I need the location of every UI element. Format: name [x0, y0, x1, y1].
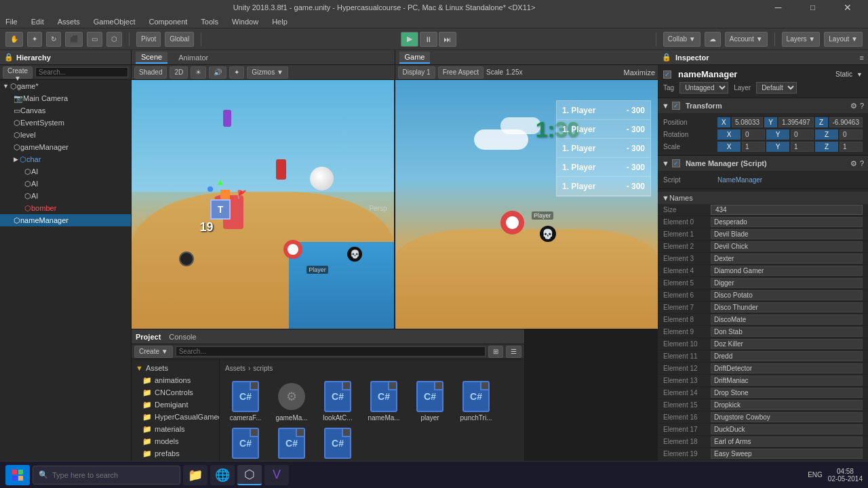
game-view-canvas[interactable]: 1:30 1. Player - 300 1. Player - 300 1. …: [395, 80, 658, 329]
start-btn[interactable]: [5, 465, 30, 485]
element-value[interactable]: DiscoMate: [711, 314, 863, 325]
menu-assets[interactable]: Assets: [55, 18, 83, 26]
static-dropdown-icon[interactable]: ▼: [856, 71, 863, 78]
move-tool-btn[interactable]: ✦: [27, 32, 42, 47]
element-value[interactable]: Disco Potato: [711, 290, 863, 300]
tree-animations[interactable]: 📁 animations: [132, 374, 219, 386]
element-value[interactable]: Drugstore Cowboy: [711, 412, 863, 422]
menu-help[interactable]: Help: [269, 18, 290, 26]
animator-tab[interactable]: Animator: [173, 52, 214, 63]
hier-item-canvas[interactable]: ▭ Canvas: [0, 104, 131, 117]
hierarchy-search[interactable]: [35, 67, 128, 77]
step-btn[interactable]: ⏭: [439, 32, 456, 47]
asset-gamema[interactable]: ⚙ gameMa...: [271, 380, 312, 422]
element-value[interactable]: Dredd: [711, 351, 863, 361]
element-value[interactable]: Drop Stone: [711, 388, 863, 398]
rotate-tool-btn[interactable]: ↻: [46, 32, 61, 47]
asset-punchtri[interactable]: C# punchTri...: [456, 380, 496, 422]
audio-btn[interactable]: 🔊: [209, 66, 226, 79]
hier-item-bomber[interactable]: ⬡ bomber: [0, 202, 131, 214]
hier-item-gamemanager[interactable]: ⬡ gameManager: [0, 141, 131, 153]
pos-x-value[interactable]: 5.08033: [732, 117, 763, 127]
tree-assets[interactable]: ▼ Assets: [132, 362, 219, 374]
hierarchy-create-btn[interactable]: Create ▼: [3, 66, 33, 79]
aspect-btn[interactable]: Free Aspect: [438, 66, 484, 79]
element-value[interactable]: DriftManiac: [711, 375, 863, 386]
element-value[interactable]: Devil Blade: [711, 229, 863, 239]
2d-btn[interactable]: 2D: [170, 66, 188, 79]
game-tab[interactable]: Game: [399, 52, 431, 64]
element-value[interactable]: Dexter: [711, 253, 863, 264]
menu-window[interactable]: Window: [229, 18, 261, 26]
pause-btn[interactable]: ⏸: [420, 32, 437, 47]
element-value[interactable]: Digger: [711, 278, 863, 288]
namemanager-header[interactable]: ▼ Name Manager (Script) ⚙ ?: [658, 156, 868, 171]
lights-btn[interactable]: ☀: [191, 66, 206, 79]
hier-item-char[interactable]: ▶ ⬡ char: [0, 153, 131, 165]
tree-hypercasual[interactable]: 📁 HyperCasualGamecourse: [132, 411, 219, 423]
menu-file[interactable]: File: [3, 18, 20, 26]
tree-materials[interactable]: 📁 materials: [132, 423, 219, 435]
hier-item-game[interactable]: ▼ ⬡ game*: [0, 80, 131, 92]
project-list-btn[interactable]: ☰: [506, 346, 521, 358]
maximize-btn[interactable]: □: [797, 0, 828, 15]
hand-tool-btn[interactable]: ✋: [5, 32, 23, 47]
element-value[interactable]: DuckDuck: [711, 424, 863, 434]
nm-active[interactable]: [672, 159, 680, 167]
tree-cncontrols[interactable]: 📁 CNControls: [132, 386, 219, 399]
scale-z-value[interactable]: 1: [840, 142, 863, 152]
shading-btn[interactable]: Shaded: [134, 66, 167, 79]
transform-tool-btn[interactable]: ⬡: [106, 32, 122, 47]
tree-models[interactable]: 📁 models: [132, 435, 219, 447]
rot-y-value[interactable]: 0: [791, 129, 814, 140]
element-value[interactable]: Dropkick: [711, 400, 863, 410]
element-value[interactable]: DriftDetector: [711, 363, 863, 373]
transform-active[interactable]: [672, 102, 680, 110]
text-icon[interactable]: T: [210, 199, 231, 220]
pos-z-value[interactable]: -6.90463: [829, 117, 863, 127]
maximize-btn-game[interactable]: Maximize: [624, 68, 655, 77]
cloud-btn[interactable]: ☁: [705, 32, 721, 47]
taskbar-app-explorer[interactable]: 📁: [183, 465, 208, 485]
taskbar-app-browser[interactable]: 🌐: [210, 465, 235, 485]
pos-y-value[interactable]: 1.395497: [778, 117, 814, 127]
global-btn[interactable]: Global: [165, 32, 194, 47]
transform-header[interactable]: ▼ Transform ⚙ ?: [658, 98, 868, 113]
static-label[interactable]: Static: [835, 70, 852, 78]
element-value[interactable]: Diamond Gamer: [711, 266, 863, 276]
tree-prefabs[interactable]: 📁 prefabs: [132, 447, 219, 460]
element-value[interactable]: Devil Chick: [711, 241, 863, 251]
element-value[interactable]: Desperado: [711, 217, 863, 227]
asset-cameraf[interactable]: C# cameraF...: [225, 380, 266, 422]
hier-item-ai1[interactable]: ⬡ AI: [0, 165, 131, 178]
scale-tool-btn[interactable]: ⬛: [65, 32, 83, 47]
element-value[interactable]: Easy Sweep: [711, 449, 863, 459]
inspector-menu-icon[interactable]: ≡: [860, 54, 864, 62]
play-btn[interactable]: ▶: [401, 32, 418, 47]
hier-item-namemanager[interactable]: ⬡ nameManager: [0, 214, 131, 226]
menu-component[interactable]: Component: [146, 18, 190, 26]
breadcrumb-scripts[interactable]: scripts: [253, 365, 273, 372]
scale-y-value[interactable]: 1: [791, 142, 814, 152]
menu-edit[interactable]: Edit: [28, 18, 47, 26]
transform-settings-icon[interactable]: ⚙: [850, 102, 857, 110]
script-ref-value[interactable]: NameManager: [717, 176, 762, 184]
taskbar-app-unity[interactable]: ⬡: [237, 465, 262, 485]
project-tab[interactable]: Project: [136, 333, 161, 341]
project-icons-btn[interactable]: ⊞: [488, 346, 503, 358]
close-btn[interactable]: ✕: [832, 0, 863, 15]
project-search[interactable]: [176, 346, 486, 357]
element-value[interactable]: Doz Killer: [711, 339, 863, 349]
rect-tool-btn[interactable]: ▭: [87, 32, 102, 47]
asset-lookatc[interactable]: C# lookAtC...: [317, 380, 358, 422]
hier-item-level[interactable]: ⬡ level: [0, 129, 131, 141]
layers-btn[interactable]: Layers ▼: [782, 32, 821, 47]
scene-view-canvas[interactable]: T 19 Persp 💀 ▲: [132, 80, 395, 329]
taskbar-search-box[interactable]: 🔍: [33, 466, 180, 485]
console-tab[interactable]: Console: [169, 333, 196, 341]
fx-btn[interactable]: ✦: [229, 66, 244, 79]
scene-tab[interactable]: Scene: [136, 52, 167, 64]
gizmos-btn[interactable]: Gizmos ▼: [247, 66, 288, 79]
asset-player[interactable]: C# player: [410, 380, 450, 422]
nm-help-icon[interactable]: ?: [860, 159, 864, 168]
